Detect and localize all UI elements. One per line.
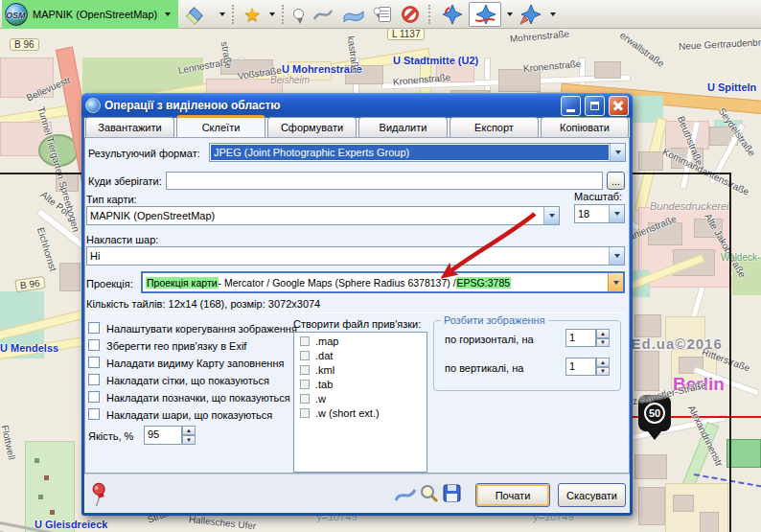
georef-option[interactable]: .kml [315,364,334,376]
map-type-selector[interactable]: OSM MAPNIK (OpenStreetMap) [2,0,178,29]
checkbox-adjust-image[interactable] [88,322,100,334]
map-building [38,495,43,499]
checkbox-grids[interactable] [88,374,100,385]
chevron-down-icon[interactable] [219,12,225,16]
list-icon [379,7,391,22]
georef-option[interactable]: .w (short ext.) [315,407,380,419]
osm-logo-icon: OSM [5,3,28,26]
up-arrow-icon: ▲ [182,426,196,435]
georef-checkbox[interactable] [300,336,310,346]
overlay-combobox[interactable]: Ні [86,246,625,266]
format-combobox[interactable]: JPEG (Joint Photographic Experts Group) [209,143,626,162]
georef-option[interactable]: .tab [315,379,333,390]
quality-input[interactable]: 95 [144,426,182,445]
layers-button[interactable] [181,2,214,27]
highlight-chip: EPSG:3785 [456,277,511,289]
tab-stitch[interactable]: Склеїти [176,115,265,137]
pushpin-icon[interactable] [90,482,111,507]
projection-label: Проекція: [86,278,133,289]
save-path-input[interactable] [166,172,603,190]
checkbox-label: Накладати позначки, що показуються [106,392,290,404]
selection-polygon-button[interactable] [516,2,544,27]
placemark-icon [374,7,381,14]
toolbar-separator [428,5,430,24]
georef-checkbox[interactable] [300,408,310,418]
split-horizontal-stepper[interactable]: ▲▼ [596,329,610,347]
placemark-manager-button[interactable] [371,2,396,27]
checkbox-label: Накладати сітки, що показуються [106,375,269,386]
checkbox-label: Накладати шари, що показуються [106,409,272,421]
georef-checkbox[interactable] [300,394,310,404]
save-settings-icon[interactable] [443,484,462,503]
quality-stepper[interactable]: ▲▼ [182,426,196,445]
projection-combobox[interactable]: Проекція карти - Mercator / Google Maps … [141,271,625,293]
map-metro-label: U Stadtmitte (U2) [393,55,478,66]
path-button[interactable] [310,2,336,27]
placemark-button[interactable] [290,2,307,27]
map-metro-label: U Spitteln [707,81,756,93]
chevron-down-icon[interactable] [269,12,275,16]
dropdown-arrow-icon[interactable] [610,144,625,161]
checkbox-label: Налаштувати корегування зображення [106,323,297,335]
selection-polyline-button[interactable] [469,2,501,27]
cancel-button[interactable]: Скасувати [558,483,626,507]
maximize-button[interactable] [585,96,605,116]
georef-option[interactable]: .w [315,393,326,405]
down-arrow-icon: ▼ [182,435,196,445]
tab-delete[interactable]: Видалити [358,117,448,137]
georef-checkbox[interactable] [300,365,310,375]
close-button[interactable] [609,96,629,116]
checkbox-layers[interactable] [88,408,100,420]
georef-option[interactable]: .map [315,335,338,347]
dialog-titlebar[interactable]: Операції з виділеною областю [81,93,633,118]
chevron-down-icon[interactable] [550,12,556,16]
maptype-combobox[interactable]: MAPNIK (OpenStreetMap) [86,206,560,225]
georef-listbox[interactable] [293,332,427,473]
overlay-label: Накласти шар: [86,234,158,245]
checkbox-fill-map[interactable] [88,357,100,368]
georef-option[interactable]: .dat [315,350,333,361]
hide-marks-button[interactable] [399,2,422,27]
georef-checkbox[interactable] [300,380,310,389]
tab-copy[interactable]: Копіювати [541,117,629,137]
minimize-button[interactable] [561,96,581,116]
preview-magnifier-icon[interactable] [420,484,439,503]
format-label: Результуючий формат: [88,148,200,159]
checkbox-marks[interactable] [88,391,100,403]
dropdown-arrow-icon[interactable] [608,273,623,291]
checkbox-label: Зберегти гео прив'язку в Exif [106,340,246,352]
watermark: 6 Ed.ua©2016 [617,335,723,352]
save-path-label: Куди зберігати: [88,175,162,187]
checkbox-label: Наладати видиму Карту заповнення [106,358,284,369]
split-vertical-label: по вертикалі, на [445,362,523,374]
selection-last-button[interactable] [437,2,466,27]
georef-label: Створити файл прив'язки: [293,318,421,330]
dropdown-arrow-icon[interactable] [609,247,624,265]
selection-star-icon [473,3,496,26]
split-image-title: Розбити зображення [441,314,548,326]
polygon-button[interactable] [339,2,368,27]
favorites-button[interactable]: ★ [241,2,264,27]
map-building [673,495,694,512]
browse-button[interactable]: ... [607,172,625,190]
tiles-info: Кількість тайлів: 12x14 (168), розмір: 3… [86,298,320,310]
split-horizontal-input[interactable]: 1 [565,329,596,347]
split-vertical-stepper[interactable]: ▲▼ [596,358,610,376]
toolbar-separator [282,5,284,24]
tab-download[interactable]: Завантажити [85,117,174,137]
start-button[interactable]: Почати [475,483,550,507]
dropdown-arrow-icon[interactable] [543,207,559,224]
screen: { "toolbar": { "osm_logo": "OSM", "map_t… [0,0,761,532]
tab-export[interactable]: Експорт [450,117,539,137]
speed-limit-value: 50 [644,403,665,424]
checkbox-exif[interactable] [88,339,100,351]
quality-label: Якість, % [88,430,133,442]
chevron-down-icon[interactable] [507,12,513,16]
map-park-label: Waldeck-P [721,252,761,263]
selection-tool-icon[interactable] [393,485,418,504]
georef-checkbox[interactable] [300,351,310,360]
dropdown-arrow-icon[interactable] [609,205,624,222]
tab-generate[interactable]: Сформувати [267,117,357,137]
scale-combobox[interactable]: 18 [574,204,625,223]
split-vertical-input[interactable]: 1 [565,358,596,376]
